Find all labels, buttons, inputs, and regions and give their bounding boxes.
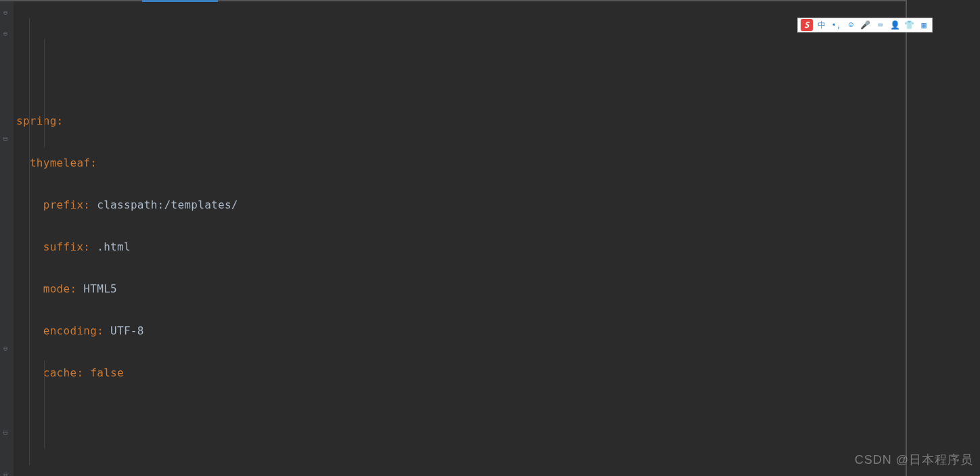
fold-marker-icon[interactable]: ⊖ xyxy=(3,471,10,476)
code-line: suffix: .html xyxy=(16,236,903,257)
fold-marker-icon[interactable]: ⊟ xyxy=(3,135,10,142)
code-line: prefix: classpath:/templates/ xyxy=(16,194,903,215)
code-line: spring: xyxy=(16,110,903,131)
ime-keyboard-icon[interactable]: ⌨ xyxy=(875,20,886,30)
watermark: CSDN @日本程序员 xyxy=(855,452,973,468)
code-line: thymeleaf: xyxy=(16,152,903,173)
ime-grid-icon[interactable]: ▦ xyxy=(918,20,929,30)
gutter[interactable]: ⊖ ⊖ ⊟ ⊖ ⊟ ⊖ xyxy=(0,1,14,476)
code-line xyxy=(16,404,903,425)
fold-marker-icon[interactable]: ⊖ xyxy=(3,9,10,16)
code-line: cache: false xyxy=(16,362,903,383)
ime-skin-icon[interactable]: 👕 xyxy=(904,20,915,30)
ime-user-icon[interactable]: 👤 xyxy=(889,20,900,30)
code-area[interactable]: spring: thymeleaf: prefix: classpath:/te… xyxy=(14,1,906,476)
ime-emoji-icon[interactable]: ☺ xyxy=(846,20,857,30)
ime-punct-icon[interactable]: •, xyxy=(831,20,842,30)
editor-frame: ⊖ ⊖ ⊟ ⊖ ⊟ ⊖ spring: thymeleaf: prefix: c… xyxy=(0,0,907,476)
code-line: mode: HTML5 xyxy=(16,278,903,299)
fold-marker-icon[interactable]: ⊖ xyxy=(3,345,10,352)
ime-logo-icon[interactable]: S xyxy=(801,19,813,31)
code-line xyxy=(16,446,903,467)
code-line: encoding: UTF-8 xyxy=(16,320,903,341)
ime-mic-icon[interactable]: 🎤 xyxy=(860,20,871,30)
fold-marker-icon[interactable]: ⊖ xyxy=(3,30,10,37)
ime-lang-button[interactable]: 中 xyxy=(817,20,828,30)
fold-marker-icon[interactable]: ⊟ xyxy=(3,429,10,436)
ime-toolbar[interactable]: S 中 •, ☺ 🎤 ⌨ 👤 👕 ▦ xyxy=(797,18,933,33)
